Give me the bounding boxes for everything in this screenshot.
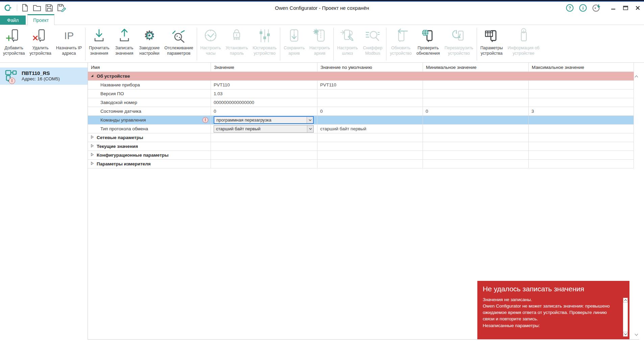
column-header[interactable]: Максимальное значение [529, 63, 634, 72]
error-toast: Не удалось записать значения Значения не… [477, 281, 629, 339]
add-devices-button[interactable]: Добавить устройства [1, 26, 27, 62]
chevron-down-icon[interactable] [307, 117, 313, 123]
table-row-firmware-version[interactable]: Версия ПО1.03 [88, 89, 634, 98]
dropdown-value: старший байт первый [214, 126, 307, 131]
toast-scrollbar[interactable] [623, 298, 628, 337]
delete-devices-button[interactable]: Удалить устройства [27, 26, 53, 62]
scroll-up-icon[interactable] [635, 73, 638, 79]
param-max-cell [529, 89, 634, 98]
empty-cell [211, 151, 317, 160]
svg-text:⚙: ⚙ [144, 28, 155, 43]
param-default-cell: 0 [317, 107, 423, 116]
table-row-configuration-parameters[interactable]: Конфигурационные параметры [88, 151, 634, 160]
table-row-network-parameters[interactable]: Сетевые параметры [88, 133, 634, 142]
factory-settings-button[interactable]: ⚙Заводские настройки [137, 26, 162, 62]
table-row-meter-parameters[interactable]: Параметры измерителя [88, 160, 634, 168]
column-header[interactable]: Имя [88, 63, 211, 72]
tree-collapsed-icon[interactable] [90, 161, 94, 166]
save-project-icon[interactable] [45, 4, 53, 12]
titlebar-divider [17, 4, 17, 11]
group-name: Об устройстве [97, 74, 130, 79]
tree-collapsed-icon[interactable] [90, 135, 94, 140]
table-row-serial-number[interactable]: Заводской номер0000000000000000 [88, 98, 634, 107]
column-header[interactable]: Значение [211, 63, 317, 72]
empty-cell [529, 133, 634, 142]
monitor-parameters-button[interactable]: Отслеживание параметров [162, 26, 195, 62]
table-row-protocol-type[interactable]: Тип протокола обменастарший байт первыйс… [88, 125, 634, 133]
factory-settings-icon: ⚙ [142, 26, 157, 45]
param-value-cell: старший байт первый [211, 125, 317, 133]
tree-expanded-icon[interactable] [90, 74, 94, 79]
toast-scroll-down-icon[interactable] [623, 332, 628, 337]
table-row-sensor-state[interactable]: Состояние датчика0003 [88, 107, 634, 116]
empty-cell [423, 151, 529, 160]
param-max-cell [529, 81, 634, 89]
write-values-button[interactable]: Записать значения [112, 26, 137, 62]
group-row-label: Текущие значения [88, 142, 211, 151]
table-row-current-values[interactable]: Текущие значения [88, 142, 634, 151]
table-row-about-device[interactable]: Об устройстве [88, 72, 634, 81]
reboot-device-button: Перезагрузить устройство [442, 26, 476, 62]
save-project-as-icon[interactable] [57, 4, 66, 12]
tree-collapsed-icon[interactable] [90, 153, 94, 158]
chevron-down-icon[interactable] [307, 126, 313, 132]
toolbar-button-label: Параметры устройства [480, 45, 503, 56]
empty-cell [317, 133, 423, 142]
column-header[interactable]: Минимальное значение [423, 63, 529, 72]
read-values-button[interactable]: Прочитать значения [87, 26, 112, 62]
tab-bar: ФайлПроект [0, 14, 644, 25]
toolbar-button-label: Настроить архив [309, 45, 330, 56]
set-clock-icon [203, 26, 218, 45]
close-button[interactable] [636, 6, 640, 10]
check-updates-button[interactable]: Проверить обновления [414, 26, 442, 62]
empty-cell [211, 160, 317, 168]
svg-text:***: *** [233, 37, 240, 43]
device-warning-badge: ! [9, 78, 15, 84]
param-name: Состояние датчика [100, 109, 141, 114]
maximize-button[interactable] [623, 6, 628, 10]
toolbar-button-label: Информация об устройстве [508, 45, 540, 56]
toast-scroll-up-icon[interactable] [623, 298, 628, 302]
tree-collapsed-icon[interactable] [90, 144, 94, 149]
toolbar: Добавить устройстваУдалить устройстваIPН… [0, 25, 644, 63]
tab-file[interactable]: Файл [0, 16, 26, 25]
configure-archive-button: Настроить архив [307, 26, 332, 62]
toolbar-button-label: Настроить часы [200, 45, 221, 56]
protocol-type-dropdown[interactable]: старший байт первый [214, 125, 314, 133]
configure-gateway-button: Настроить шлюз [335, 26, 360, 62]
update-device-icon [393, 26, 409, 45]
toolbar-separator [386, 28, 386, 60]
info-icon[interactable]: i [579, 4, 587, 12]
table-row-control-commands[interactable]: Команды управления!программная перезагру… [88, 116, 634, 125]
empty-cell [423, 160, 529, 168]
open-project-icon[interactable] [33, 4, 41, 11]
svg-text:IP: IP [64, 30, 74, 41]
toolbar-button-label: Прочитать значения [89, 45, 110, 56]
device-parameters-button[interactable]: Параметры устройства [478, 26, 505, 62]
param-value-cell: 1.03 [211, 89, 317, 98]
toast-line: Незаписанные параметры: [483, 322, 618, 329]
toolbar-button-label: Добавить устройства [3, 45, 25, 56]
param-default-cell [317, 98, 423, 107]
tab-project[interactable]: Проект [27, 14, 54, 25]
device-info-icon: i [516, 26, 531, 45]
toolbar-group: Сохранить архивНастроить архив [281, 26, 332, 62]
toolbar-button-label: Сниффер Modbus [363, 45, 382, 56]
toolbar-group: Параметры устройстваiИнформация об устро… [478, 26, 542, 62]
param-name-cell: Тип протокола обмена [88, 125, 211, 133]
device-tree-item[interactable]: ! ПВТ110_RS Адрес: 16 (COM5) [0, 68, 88, 85]
toast-line: Значения не записаны. [483, 296, 618, 303]
check-update-icon[interactable] [592, 4, 601, 12]
toast-line: Owen Configurator не может записать знач… [483, 303, 618, 322]
column-header[interactable]: Значение по умолчанию [317, 63, 423, 72]
scroll-down-icon[interactable] [635, 331, 638, 337]
assign-ip-button[interactable]: IPНазначить IP адреса [54, 26, 84, 62]
new-project-icon[interactable] [21, 4, 29, 12]
table-row-device-name[interactable]: Название прибораPVT110PVT110 [88, 81, 634, 89]
help-icon[interactable]: ? [566, 4, 574, 12]
param-name: Название прибора [100, 82, 140, 87]
toolbar-group: Прочитать значенияЗаписать значения⚙Заво… [87, 26, 196, 62]
table-scrollbar[interactable] [634, 63, 639, 339]
control-commands-dropdown[interactable]: программная перезагрузка [214, 116, 314, 124]
minimize-button[interactable] [611, 5, 616, 10]
